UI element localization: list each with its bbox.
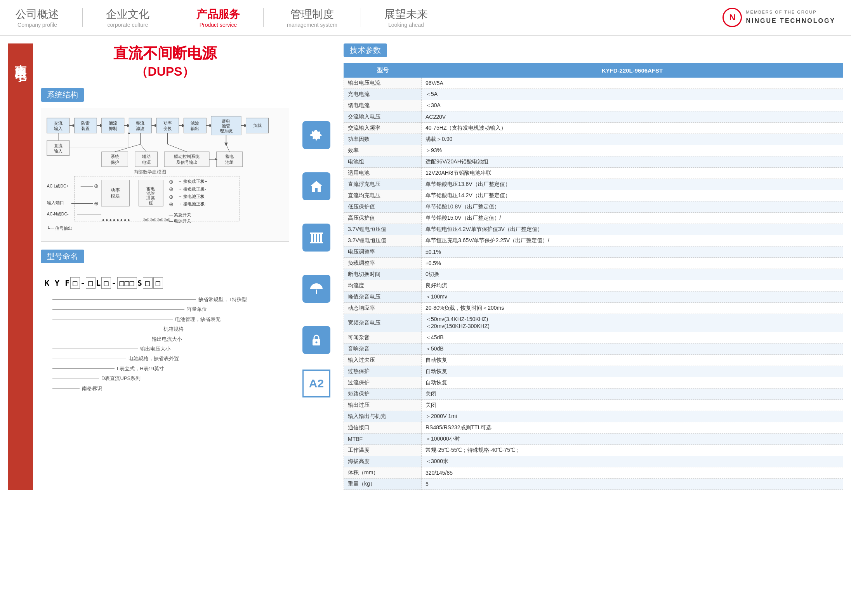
table-row: 负载调整率±0.5% [344,258,843,269]
umbrella-icon [309,281,324,297]
model-formula: K Y F□-□L□-□□□S□□ [45,277,285,289]
nav-item-management[interactable]: 管理制度 management system [287,7,337,28]
svg-text:统: 统 [149,201,153,205]
table-row: 过热保护自动恢复 [344,366,843,377]
tech-param-value: ＜50mv(3.4KHZ-150KHZ) ＜20mv(150KHZ-300KHZ… [422,314,843,332]
svg-text:负载: 负载 [253,123,262,128]
tech-param-value: 96V/5A [422,78,843,89]
table-row: 输出电压电流96V/5A [344,78,843,89]
nav-item-product[interactable]: 产品服务 Product service [196,7,240,28]
tech-param-name: 过热保护 [344,366,422,377]
tech-param-name: 可闻杂音 [344,332,422,344]
tech-param-name: 电压调整率 [344,246,422,258]
tech-param-value: 关闭 [422,400,843,411]
table-row: 馈电电流＜30A [344,100,843,111]
table-row: 交流输入电压AC220V [344,111,843,123]
tech-param-value: ＜30A [422,100,843,111]
svg-line-53 [140,144,146,152]
svg-text:输入端口: 输入端口 [47,200,64,205]
logo-circle: N [722,8,742,27]
svg-rect-93 [310,242,323,243]
gear-icon [309,127,324,143]
svg-text:● ● ● ● ● ● ● ●: ● ● ● ● ● ● ● ● [102,217,130,222]
svg-text:⊕: ⊕ [169,186,174,192]
tech-col-value: KYFD-220L-9606AFST [422,64,843,78]
table-row: 动态响应率20-80%负载，恢复时间＜200ms [344,303,843,314]
table-row: 重量（kg）5 [344,479,843,490]
nav-item-culture[interactable]: 企业文化 corporate culture [106,7,149,28]
table-row: 通信接口RS485/RS232或则TTL可选 [344,422,843,434]
svg-text:内部数学建模图: 内部数学建模图 [134,169,166,174]
tech-param-value: ±0.5% [422,258,843,269]
tech-param-value: 12V20AH/8节铅酸电池串联 [422,168,843,179]
svg-text:滤波: 滤波 [191,121,199,125]
model-desc-item-4: 机箱规格 [52,324,285,333]
table-row: 工作温度常规-25℃-55℃；特殊规格-40℃-75℃； [344,445,843,456]
tech-param-name: 通信接口 [344,422,422,434]
svg-text:→ 接负载正极+: → 接负载正极+ [178,179,207,184]
company-sidebar-label: 南格电子 [8,43,33,490]
tech-param-value: 单节锂电恒压4.2V/单节保护值3V（出厂整定值） [422,224,843,235]
svg-text:⊕: ⊕ [94,183,99,189]
model-desc-item-7: 电池规格，缺省表外置 [52,354,285,363]
tech-param-name: 适用电池 [344,168,422,179]
tech-param-value: ＜3000米 [422,456,843,467]
tech-param-value: ＞2000V 1mi [422,411,843,422]
svg-text:输入: 输入 [54,126,63,131]
model-desc-item-1: 缺省常规型，T特殊型 [52,295,285,304]
tech-param-name: 直流浮充电压 [344,179,422,190]
svg-text:功率: 功率 [163,121,172,125]
tech-param-name: 输出电压电流 [344,78,422,89]
tech-param-value: 0切换 [422,269,843,280]
umbrella-icon-box [302,275,330,303]
tech-param-name: 交流输入频率 [344,123,422,134]
tech-param-value: ＜50dB [422,344,843,355]
svg-text:模块: 模块 [111,194,120,198]
tech-param-value: 40-75HZ（支持发电机波动输入） [422,123,843,134]
svg-point-95 [316,342,318,344]
tech-param-value: 单节铅酸电压14.2V（出厂整定值） [422,190,843,201]
tech-param-name: 电池组 [344,156,422,168]
tech-param-name: 动态响应率 [344,303,422,314]
svg-text:辅助: 辅助 [142,154,151,159]
table-row: 输出过压关闭 [344,400,843,411]
tech-param-value: 320/145/85 [422,467,843,479]
a2-badge: A2 [302,370,330,397]
model-desc-item-2: 容量单位 [52,305,285,314]
tech-param-value: ±0.1% [422,246,843,258]
svg-text:及信号输出: 及信号输出 [176,160,198,165]
table-row: 效率＞93% [344,145,843,156]
lock-icon-box [302,326,330,354]
model-tree: K Y F□-□L□-□□□S□□ 缺省常规型，T特殊型 容量单位 [41,273,289,397]
table-row: 海拔高度＜3000米 [344,456,843,467]
system-structure-section: 系统结构 交流 输入 防雷 装置 [41,88,289,242]
tech-param-value: ＜100mv [422,292,843,303]
table-row: 高压保护值单节铅酸15.0V（出厂整定值）/ [344,213,843,224]
tech-param-name: MTBF [344,434,422,445]
svg-line-55 [226,144,229,152]
svg-text:保护: 保护 [111,160,119,165]
title-cn: 直流不间断电源 [41,43,289,63]
svg-text:驱动控制系统: 驱动控制系统 [174,154,200,159]
nav-divider-3 [263,8,264,27]
nav-item-future[interactable]: 展望未来 Looking ahead [384,7,428,28]
tech-param-name: 输入过欠压 [344,355,422,366]
table-row: 直流均充电压单节铅酸电压14.2V（出厂整定值） [344,190,843,201]
tech-param-value: ＞93% [422,145,843,156]
tech-label: 技术参数 [344,43,387,57]
tech-param-name: 直流均充电压 [344,190,422,201]
nav-item-company[interactable]: 公司概述 Company profile [16,7,59,28]
svg-rect-92 [310,233,323,234]
table-row: 输入输出与机壳＞2000V 1mi [344,411,843,422]
svg-text:涌流: 涌流 [109,121,117,125]
table-row: 输入过欠压自动恢复 [344,355,843,366]
table-row: 功率因数满载＞0.90 [344,134,843,145]
svg-text:直流: 直流 [54,143,63,148]
svg-text:输入: 输入 [54,149,63,153]
tech-param-name: 高压保护值 [344,213,422,224]
side-icons-column: A2 [297,43,336,490]
tech-param-value: 关闭 [422,389,843,400]
tech-param-value: 20-80%负载，恢复时间＜200ms [422,303,843,314]
table-row: 可闻杂音＜45dB [344,332,843,344]
tech-param-value: 自动恢复 [422,355,843,366]
